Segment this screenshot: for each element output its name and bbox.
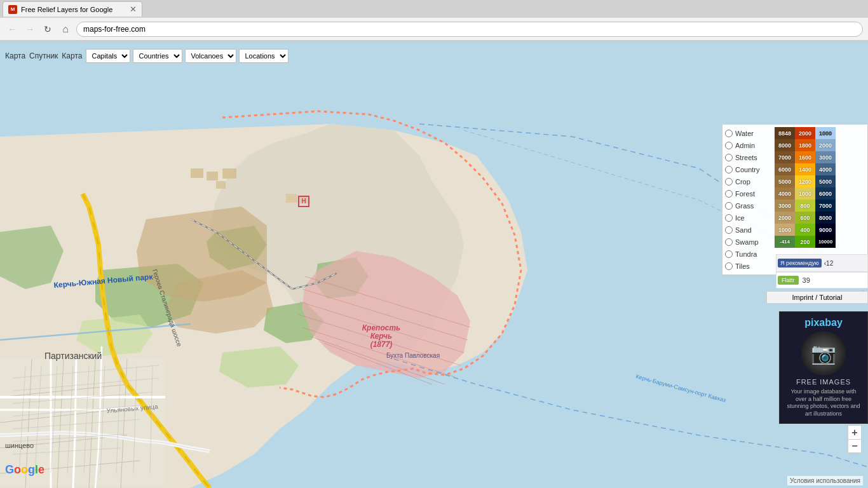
facebook-widget[interactable]: Я рекомендую ‹12 bbox=[776, 254, 868, 272]
imprint-button[interactable]: Imprint / Tutorial bbox=[766, 291, 868, 304]
elev2-1600: 1600 bbox=[795, 151, 815, 163]
water-radio[interactable] bbox=[725, 130, 733, 137]
elev3-5000: 5000 bbox=[815, 175, 836, 187]
google-o2: o bbox=[21, 463, 28, 476]
flattr-btn[interactable]: Flattr bbox=[778, 276, 799, 285]
layer-water: Water bbox=[725, 127, 773, 139]
svg-rect-31 bbox=[222, 168, 236, 179]
elev-8848: 8848 bbox=[775, 127, 795, 139]
zoom-in-button[interactable]: + bbox=[848, 425, 862, 439]
svg-text:(1877): (1877) bbox=[370, 340, 393, 349]
right-panel: Water Admin Streets Country Crop bbox=[722, 124, 868, 275]
tab-favicon: M bbox=[8, 5, 17, 14]
tundra-radio[interactable] bbox=[725, 250, 733, 258]
satellite-label: Спутник bbox=[29, 51, 58, 60]
svg-rect-33 bbox=[286, 194, 297, 203]
layer-forest: Forest bbox=[725, 187, 773, 200]
fb-recommend-btn[interactable]: Я рекомендую bbox=[778, 259, 822, 268]
ice-radio[interactable] bbox=[725, 214, 733, 222]
crop-radio[interactable] bbox=[725, 178, 733, 186]
elev-1000: 1000 bbox=[775, 224, 795, 236]
svg-rect-32 bbox=[216, 181, 226, 189]
volcanoes-select[interactable]: Volcanoes bbox=[185, 49, 236, 63]
layer-ice: Ice bbox=[725, 212, 773, 224]
svg-text:H: H bbox=[301, 198, 306, 205]
zoom-out-button[interactable]: − bbox=[848, 439, 862, 453]
tab-title: Free Relief Layers for Google bbox=[21, 6, 112, 13]
elev-4000: 4000 bbox=[775, 187, 795, 200]
imprint-label: Imprint / Tutorial bbox=[792, 294, 843, 301]
home-button[interactable]: ⌂ bbox=[58, 22, 72, 36]
country-radio[interactable] bbox=[725, 166, 733, 173]
water-label: Water bbox=[735, 130, 773, 137]
elev3-6000: 6000 bbox=[815, 187, 836, 200]
elev-6000: 6000 bbox=[775, 163, 795, 175]
elev2-2000: 2000 bbox=[795, 127, 815, 139]
elev3-7000: 7000 bbox=[815, 200, 836, 212]
flattr-widget[interactable]: Flattr 39 bbox=[776, 272, 868, 288]
swamp-label: Swamp bbox=[735, 238, 773, 246]
active-tab[interactable]: M Free Relief Layers for Google ✕ bbox=[3, 1, 142, 17]
layer-tundra: Tundra bbox=[725, 248, 773, 260]
svg-rect-29 bbox=[191, 168, 203, 178]
locations-select[interactable]: Locations bbox=[239, 49, 288, 63]
svg-text:шинцево: шинцево bbox=[5, 442, 34, 449]
layer-crop: Crop bbox=[725, 175, 773, 187]
layer-grass: Grass bbox=[725, 200, 773, 212]
elev3-2000: 2000 bbox=[815, 139, 836, 151]
terms-text: Условия использования bbox=[790, 477, 860, 484]
tab-bar: M Free Relief Layers for Google ✕ bbox=[0, 0, 868, 18]
svg-text:Бухта Павловская: Бухта Павловская bbox=[386, 352, 440, 359]
streets-label: Streets bbox=[735, 154, 773, 161]
address-bar[interactable]: maps-for-free.com bbox=[76, 22, 863, 37]
svg-text:Партизанский: Партизанский bbox=[44, 351, 102, 361]
forward-button[interactable]: → bbox=[23, 22, 37, 36]
elev-5000: 5000 bbox=[775, 175, 795, 187]
layer-swamp: Swamp bbox=[725, 236, 773, 248]
layer-admin: Admin bbox=[725, 139, 773, 151]
elev3-10000: 10000 bbox=[815, 236, 836, 248]
countries-select[interactable]: Countries bbox=[133, 49, 182, 63]
pixabay-ad[interactable]: pixabay 📷 FREE IMAGES Your image databas… bbox=[779, 311, 868, 424]
elev-2000: 2000 bbox=[775, 212, 795, 224]
elev2-1000: 1000 bbox=[795, 187, 815, 200]
sand-radio[interactable] bbox=[725, 226, 733, 234]
grass-radio[interactable] bbox=[725, 202, 733, 210]
layer-tiles: Tiles bbox=[725, 260, 773, 272]
layer-country: Country bbox=[725, 163, 773, 175]
elevation-col1: 8848 8000 7000 6000 5000 4000 3000 2000 … bbox=[775, 127, 795, 248]
back-button[interactable]: ← bbox=[5, 22, 19, 36]
google-logo: Google bbox=[5, 463, 44, 477]
reload-button[interactable]: ↻ bbox=[41, 22, 55, 36]
grass-label: Grass bbox=[735, 202, 773, 210]
elev3-3000: 3000 bbox=[815, 151, 836, 163]
tiles-label: Tiles bbox=[735, 262, 773, 270]
elev2-200: 200 bbox=[795, 236, 815, 248]
map-view-label: Карта bbox=[5, 51, 25, 60]
elev-3000: 3000 bbox=[775, 200, 795, 212]
elev-neg414: -414 bbox=[775, 236, 795, 248]
tiles-radio[interactable] bbox=[725, 262, 733, 270]
streets-radio[interactable] bbox=[725, 154, 733, 161]
swamp-radio[interactable] bbox=[725, 238, 733, 246]
browser-chrome: M Free Relief Layers for Google ✕ ← → ↻ … bbox=[0, 0, 868, 41]
elev2-1200: 1200 bbox=[795, 175, 815, 187]
capitals-select[interactable]: Capitals bbox=[86, 49, 130, 63]
sand-label: Sand bbox=[735, 226, 773, 234]
pixabay-logo: pixabay bbox=[785, 317, 862, 329]
elev2-1800: 1800 bbox=[795, 139, 815, 151]
forest-label: Forest bbox=[735, 190, 773, 198]
elev3-4000: 4000 bbox=[815, 163, 836, 175]
layer-sand: Sand bbox=[725, 224, 773, 236]
map-toolbar: Карта Спутник Карта Capitals Countries V… bbox=[0, 46, 294, 65]
elev2-800: 800 bbox=[795, 200, 815, 212]
forest-radio[interactable] bbox=[725, 190, 733, 198]
elev2-400: 400 bbox=[795, 224, 815, 236]
terms-link[interactable]: Условия использования bbox=[787, 476, 863, 485]
pixabay-description: Your image database with over a half mil… bbox=[785, 388, 862, 418]
google-g: G bbox=[5, 463, 14, 476]
hybrid-label: Карта bbox=[62, 51, 82, 60]
map-container[interactable]: H Керчь-Южная Новый парк Партизанский Кр… bbox=[0, 41, 868, 488]
admin-radio[interactable] bbox=[725, 142, 733, 149]
tab-close-button[interactable]: ✕ bbox=[130, 4, 137, 14]
